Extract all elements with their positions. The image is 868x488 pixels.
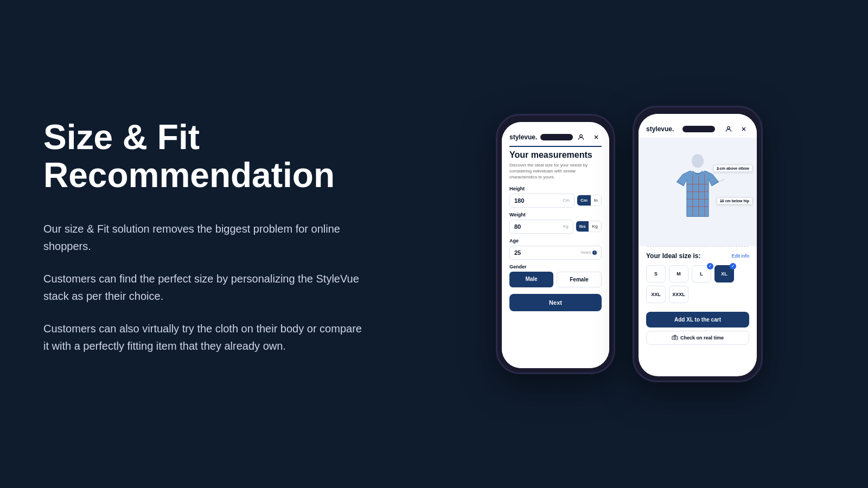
ideal-size-label: Your Ideal size is: <box>646 252 700 260</box>
weight-unit: Kg <box>563 224 569 229</box>
height-label: Height <box>509 186 602 191</box>
svg-line-16 <box>718 179 725 182</box>
description-2: Customers can find the perfect size by p… <box>43 270 369 305</box>
svg-point-0 <box>580 134 583 137</box>
size-btn-xxl[interactable]: XXL <box>646 286 666 303</box>
stylevue-logo-1: stylevue. <box>509 133 537 141</box>
height-unit-toggle: Cm In <box>577 195 602 206</box>
title-line1: Size & Fit <box>43 118 200 157</box>
size-btn-l[interactable]: L ✓ <box>692 265 711 282</box>
user-icon[interactable] <box>576 132 586 143</box>
screen-title-1: Your measurements <box>509 150 602 160</box>
header-icons-1 <box>576 132 602 143</box>
phones-panel: stylevue. Your measurements Discover the… <box>412 106 868 382</box>
screen-subtitle-1: Discover the ideal size for your needs b… <box>509 162 602 181</box>
logo-text-1: stylevue. <box>509 133 537 141</box>
edit-info-link[interactable]: Edit info <box>731 253 749 259</box>
phone-header-1: stylevue. <box>502 122 609 146</box>
phone-size-recommendation: stylevue. <box>633 106 763 382</box>
user-icon-2[interactable] <box>723 124 734 134</box>
size-buttons-row2: XXL XXXL <box>646 286 749 303</box>
title-line2: Recommendation <box>43 156 335 195</box>
left-panel: Size & Fit Recommendation Our size & Fit… <box>0 86 412 403</box>
check-realtime-button[interactable]: Check on real time <box>646 331 749 345</box>
camera-icon <box>672 335 678 341</box>
size-btn-m[interactable]: M <box>669 265 688 282</box>
kg-button[interactable]: Kg <box>589 221 601 232</box>
screen-measurements: Your measurements Discover the ideal siz… <box>502 147 609 368</box>
phone-pill-1 <box>540 134 573 140</box>
elbow-callout: 2 cm above elbow <box>713 165 752 172</box>
size-btn-xl[interactable]: XL ✓ <box>714 265 734 282</box>
height-row: 180 Cm Cm In <box>509 194 602 208</box>
age-unit: Years i <box>580 250 597 255</box>
weight-label: Weight <box>509 212 602 217</box>
ideal-size-row: Your Ideal size is: Edit info <box>646 252 749 260</box>
phone-screen-1: stylevue. Your measurements Discover the… <box>502 122 609 368</box>
check-realtime-text: Check on real time <box>680 335 724 341</box>
weight-input[interactable]: 80 Kg <box>509 220 573 234</box>
height-input[interactable]: 180 Cm <box>509 194 575 208</box>
in-button[interactable]: In <box>591 195 601 206</box>
next-button[interactable]: Next <box>509 294 602 311</box>
weight-value: 80 <box>514 223 521 230</box>
height-unit: Cm <box>563 198 570 203</box>
svg-point-19 <box>674 337 676 339</box>
age-label: Age <box>509 238 602 243</box>
weight-row: 80 Kg lbs Kg <box>509 220 602 234</box>
check-badge-xl: ✓ <box>730 263 736 269</box>
cm-button[interactable]: Cm <box>577 195 591 206</box>
size-btn-xxxl[interactable]: XXXL <box>669 286 688 303</box>
close-icon-2[interactable] <box>738 124 749 134</box>
phone-pill-2 <box>682 126 715 132</box>
phone-header-2: stylevue. <box>639 114 757 138</box>
stylevue-logo-2: stylevue. <box>646 125 674 133</box>
female-button[interactable]: Female <box>557 272 602 287</box>
male-button[interactable]: Male <box>509 272 553 287</box>
info-icon: i <box>592 251 597 255</box>
phone-screen-2: stylevue. <box>639 114 757 376</box>
size-buttons-row1: S M L ✓ XL ✓ <box>646 265 749 282</box>
weight-unit-toggle: lbs Kg <box>576 221 602 232</box>
svg-point-3 <box>727 126 730 129</box>
logo-text-2: stylevue. <box>646 125 674 133</box>
height-value: 180 <box>514 197 524 204</box>
description-3: Customers can also virtually try the clo… <box>43 320 369 355</box>
close-icon-1[interactable] <box>591 132 602 143</box>
age-value: 25 <box>514 249 521 256</box>
size-btn-s[interactable]: S <box>646 265 666 282</box>
avatar-area: 2 cm above elbow 10 cm below hip <box>639 138 757 246</box>
svg-point-6 <box>692 154 704 168</box>
hip-callout: 10 cm below hip <box>717 197 752 204</box>
gender-row: Male Female <box>509 272 602 287</box>
check-badge-l: ✓ <box>707 263 713 269</box>
shirt-illustration <box>668 143 727 235</box>
size-info: Your Ideal size is: Edit info S M L ✓ <box>639 247 757 350</box>
lbs-button[interactable]: lbs <box>576 221 589 232</box>
add-to-cart-button[interactable]: Add XL to the cart <box>646 312 749 328</box>
phone-measurements: stylevue. Your measurements Discover the… <box>496 114 615 374</box>
age-input[interactable]: 25 Years i <box>509 246 602 260</box>
header-icons-2 <box>723 124 749 134</box>
description-1: Our size & Fit solution removes the bigg… <box>43 220 369 255</box>
main-title: Size & Fit Recommendation <box>43 118 369 195</box>
gender-label: Gender <box>509 264 602 269</box>
